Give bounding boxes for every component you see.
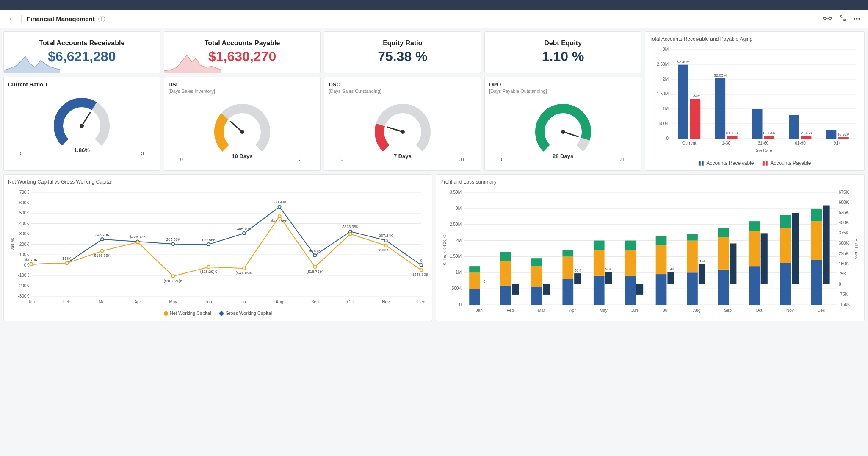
svg-point-96 — [243, 267, 246, 270]
svg-text:600K: 600K — [19, 200, 30, 205]
info-icon[interactable]: i — [98, 16, 105, 22]
svg-rect-162 — [543, 284, 550, 295]
kpi-accounts-payable[interactable]: Total Accounts Payable $1,630,270 — [164, 31, 321, 73]
svg-rect-172 — [594, 241, 605, 250]
back-icon[interactable]: ← — [8, 14, 15, 23]
sparkline-ar — [4, 50, 60, 73]
svg-text:225K: 225K — [839, 251, 849, 256]
svg-text:May: May — [169, 300, 177, 304]
svg-text:Due Date: Due Date — [754, 148, 772, 153]
svg-rect-32 — [826, 130, 836, 139]
svg-text:$7.79K: $7.79K — [25, 258, 38, 262]
svg-rect-208 — [811, 260, 822, 305]
svg-rect-167 — [574, 273, 581, 284]
svg-point-38 — [240, 130, 244, 134]
svg-rect-196 — [730, 243, 736, 284]
expand-icon[interactable] — [840, 15, 846, 23]
svg-point-39 — [401, 130, 405, 134]
kpi-debt-equity[interactable]: Debt Equity 1.10 % — [484, 31, 641, 73]
svg-text:Values: Values — [10, 238, 15, 251]
svg-rect-189 — [687, 234, 698, 240]
more-icon[interactable]: ••• — [853, 15, 860, 23]
gauge-dso[interactable]: DSO [Days Sales Outstanding] 7 Days 031 — [324, 77, 481, 171]
svg-rect-183 — [656, 236, 667, 245]
svg-rect-203 — [780, 263, 791, 305]
svg-text:($107.21)K: ($107.21)K — [164, 279, 183, 283]
svg-text:3M: 3M — [456, 206, 462, 211]
kpi-equity-title: Equity Ratio — [329, 39, 476, 47]
aging-chart: 0500K1M1.50M2M2.50M3M$2.49M1.34MCurrent$… — [650, 45, 860, 156]
app-topbar — [0, 0, 868, 10]
svg-text:150K: 150K — [839, 261, 849, 266]
svg-rect-24 — [752, 109, 762, 139]
gauge-current-ratio[interactable]: Current Ratioi 1.86% 03 — [3, 77, 160, 171]
svg-text:0: 0 — [459, 302, 462, 307]
kpi-accounts-receivable[interactable]: Total Accounts Receivable $6,621,280 — [3, 31, 160, 73]
svg-rect-182 — [656, 245, 667, 274]
kpi-equity-ratio[interactable]: Equity Ratio 75.38 % — [324, 31, 481, 73]
svg-text:80K: 80K — [574, 268, 581, 272]
page-header: ← Financial Management i ••• — [0, 10, 868, 28]
glasses-icon[interactable] — [823, 15, 832, 23]
header-divider — [21, 15, 22, 23]
svg-text:Nov: Nov — [786, 308, 794, 313]
svg-text:-200K: -200K — [18, 284, 29, 288]
svg-text:0: 0 — [483, 279, 485, 284]
svg-rect-205 — [780, 215, 791, 228]
gauge-dsi[interactable]: DSI [Days Sales Inventory] 10 Days 031 — [164, 77, 321, 171]
svg-text:Sales, COGS, OE: Sales, COGS, OE — [442, 231, 447, 265]
svg-text:Oct: Oct — [756, 308, 763, 313]
svg-text:($31.15)K: ($31.15)K — [236, 271, 253, 275]
svg-rect-177 — [625, 250, 636, 276]
info-icon[interactable]: i — [46, 81, 47, 88]
svg-text:3.50M: 3.50M — [450, 190, 462, 195]
svg-text:75K: 75K — [839, 272, 846, 276]
svg-point-92 — [171, 275, 174, 278]
svg-rect-157 — [512, 284, 519, 295]
gauge-dso-svg — [367, 98, 439, 161]
svg-text:79.45K: 79.45K — [800, 131, 813, 135]
svg-text:2M: 2M — [456, 238, 462, 243]
svg-text:675K: 675K — [839, 190, 849, 195]
aging-legend: ▮▮Accounts Receivable ▮▮Accounts Payable — [650, 160, 860, 166]
svg-text:Current: Current — [682, 141, 697, 145]
svg-text:525K: 525K — [839, 210, 849, 215]
svg-text:560.98K: 560.98K — [272, 200, 287, 204]
svg-text:$323.38K: $323.38K — [342, 225, 359, 229]
svg-text:93.07K: 93.07K — [309, 249, 321, 253]
svg-rect-20 — [727, 136, 737, 139]
svg-text:Aug: Aug — [276, 300, 283, 304]
svg-text:Nov: Nov — [382, 300, 390, 304]
svg-text:Jun: Jun — [631, 308, 638, 313]
pl-chart: 0500K1M1.50M2M2.50M3M3.50M-150K-75K075K1… — [440, 188, 860, 315]
svg-rect-198 — [749, 266, 760, 305]
svg-rect-161 — [531, 258, 542, 266]
svg-text:81.16K: 81.16K — [726, 131, 738, 135]
gauge-dsi-svg — [206, 98, 278, 161]
svg-text:199.56K: 199.56K — [202, 238, 216, 242]
svg-rect-149 — [469, 272, 480, 289]
svg-text:300K: 300K — [839, 241, 849, 245]
kpi-row: Total Accounts Receivable $6,621,280 Tot… — [0, 28, 868, 174]
svg-rect-159 — [531, 287, 542, 305]
svg-text:500K: 500K — [659, 121, 669, 126]
svg-point-88 — [65, 262, 68, 265]
svg-rect-194 — [718, 237, 729, 270]
svg-text:1M: 1M — [663, 106, 669, 111]
svg-rect-156 — [500, 252, 511, 261]
svg-text:3M: 3M — [663, 47, 669, 52]
working-capital-card[interactable]: Net Working Capital vs Gross Working Cap… — [3, 174, 432, 321]
pl-title: Profit and Loss summary — [440, 179, 860, 185]
svg-point-67 — [101, 238, 104, 241]
gauge-dpo[interactable]: DPO [Days Payable Outstanding] 28 Days 0… — [484, 77, 641, 171]
profit-loss-card[interactable]: Profit and Loss summary 0500K1M1.50M2M2.… — [436, 174, 865, 321]
svg-text:Jul: Jul — [663, 308, 669, 313]
svg-point-77 — [278, 206, 281, 209]
svg-text:-150K: -150K — [839, 302, 850, 307]
svg-text:$2.49M: $2.49M — [677, 60, 689, 64]
svg-point-91 — [136, 241, 139, 244]
svg-rect-204 — [780, 228, 791, 263]
aging-chart-card[interactable]: Total Accounts Receivable and Payable Ag… — [645, 31, 865, 171]
svg-text:-75K: -75K — [839, 292, 848, 297]
svg-text:400K: 400K — [19, 221, 30, 226]
